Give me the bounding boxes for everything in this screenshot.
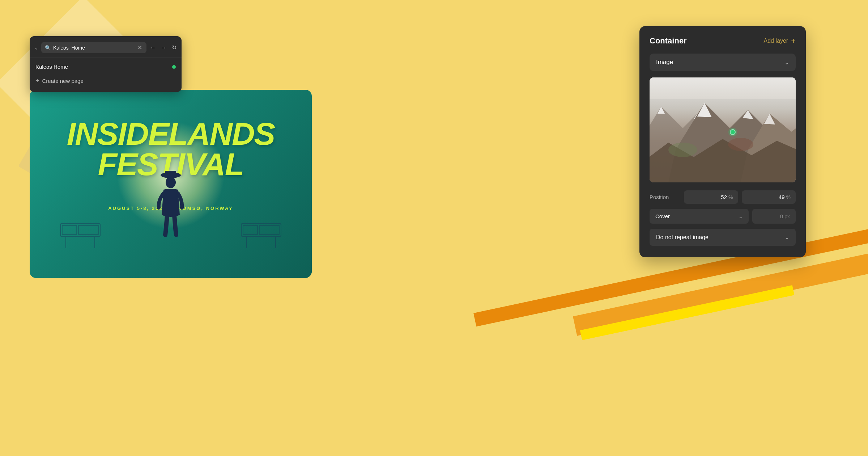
focal-point-control[interactable] xyxy=(730,129,736,135)
position-label: Position xyxy=(650,194,680,200)
px-value: 0 xyxy=(780,213,783,219)
table-left xyxy=(59,220,102,249)
url-dropdown: ⌄ 🔍 ✕ ← → ↻ Kaleos Home + Create new pag… xyxy=(30,36,182,92)
url-search-container: 🔍 ✕ xyxy=(41,42,146,53)
image-type-selector[interactable]: Image ⌄ xyxy=(650,54,796,71)
position-y-unit: % xyxy=(786,194,791,200)
position-row: Position 52 % 49 % xyxy=(650,190,796,204)
website-preview: INSIDELANDS FESTIVAL AUGUST 5-8, 2022 • … xyxy=(30,90,312,278)
image-preview xyxy=(650,77,796,182)
url-nav-buttons: ← → ↻ xyxy=(149,43,177,52)
svg-point-2 xyxy=(166,177,176,188)
svg-rect-5 xyxy=(78,225,98,235)
svg-rect-9 xyxy=(243,225,258,235)
url-bar-row: ⌄ 🔍 ✕ ← → ↻ xyxy=(30,40,182,55)
position-y-value: 49 xyxy=(779,194,785,200)
container-panel: Container Add layer + Image ⌄ xyxy=(639,26,806,257)
festival-background: INSIDELANDS FESTIVAL AUGUST 5-8, 2022 • … xyxy=(30,90,312,278)
add-layer-button[interactable]: Add layer + xyxy=(764,36,796,46)
create-new-page-button[interactable]: + Create new page xyxy=(30,73,182,88)
cover-label: Cover xyxy=(655,213,670,219)
search-icon: 🔍 xyxy=(45,45,51,51)
url-clear-icon[interactable]: ✕ xyxy=(137,44,143,51)
nav-forward-button[interactable]: → xyxy=(160,44,167,52)
create-new-label: Create new page xyxy=(42,78,84,84)
svg-point-23 xyxy=(668,143,697,157)
add-layer-label: Add layer xyxy=(764,38,788,44)
svg-rect-25 xyxy=(650,77,796,99)
bg-yellow-stripe xyxy=(580,285,795,340)
position-x-value: 52 xyxy=(721,194,727,200)
panel-title: Container xyxy=(650,36,687,46)
create-new-plus-icon: + xyxy=(35,77,39,85)
px-input[interactable]: 0 px xyxy=(752,209,796,224)
person-silhouette xyxy=(154,164,187,238)
url-page-item-kaleos[interactable]: Kaleos Home xyxy=(30,60,182,73)
image-type-chevron-icon: ⌄ xyxy=(784,59,789,66)
panel-header: Container Add layer + xyxy=(650,36,796,46)
repeat-chevron-icon: ⌄ xyxy=(784,234,789,241)
image-type-label: Image xyxy=(656,59,673,66)
mountain-svg xyxy=(650,77,796,182)
image-preview-container xyxy=(650,77,796,182)
repeat-image-select[interactable]: Do not repeat image ⌄ xyxy=(650,229,796,246)
url-search-input[interactable] xyxy=(53,45,135,51)
url-divider xyxy=(30,58,182,58)
position-y-input[interactable]: 49 % xyxy=(742,190,796,204)
svg-rect-4 xyxy=(62,225,77,235)
px-unit: px xyxy=(784,214,790,219)
position-x-input[interactable]: 52 % xyxy=(684,190,738,204)
svg-rect-10 xyxy=(259,225,279,235)
add-layer-plus-icon: + xyxy=(791,36,796,46)
position-x-unit: % xyxy=(728,194,733,200)
nav-refresh-button[interactable]: ↻ xyxy=(171,43,177,52)
svg-rect-1 xyxy=(165,171,176,176)
svg-point-24 xyxy=(728,138,753,151)
page-name-kaleos: Kaleos Home xyxy=(35,64,68,70)
nav-back-button[interactable]: ← xyxy=(149,44,157,52)
page-active-dot xyxy=(172,65,176,69)
cover-row: Cover ⌄ 0 px xyxy=(650,209,796,224)
bg-orange-stripe-2 xyxy=(573,249,868,336)
cover-chevron-icon: ⌄ xyxy=(739,214,743,219)
table-right xyxy=(239,220,283,249)
repeat-image-label: Do not repeat image xyxy=(656,234,709,241)
cover-select[interactable]: Cover ⌄ xyxy=(650,209,749,224)
url-chevron-icon[interactable]: ⌄ xyxy=(34,45,38,51)
festival-title-line1: INSIDELANDS xyxy=(30,119,312,149)
